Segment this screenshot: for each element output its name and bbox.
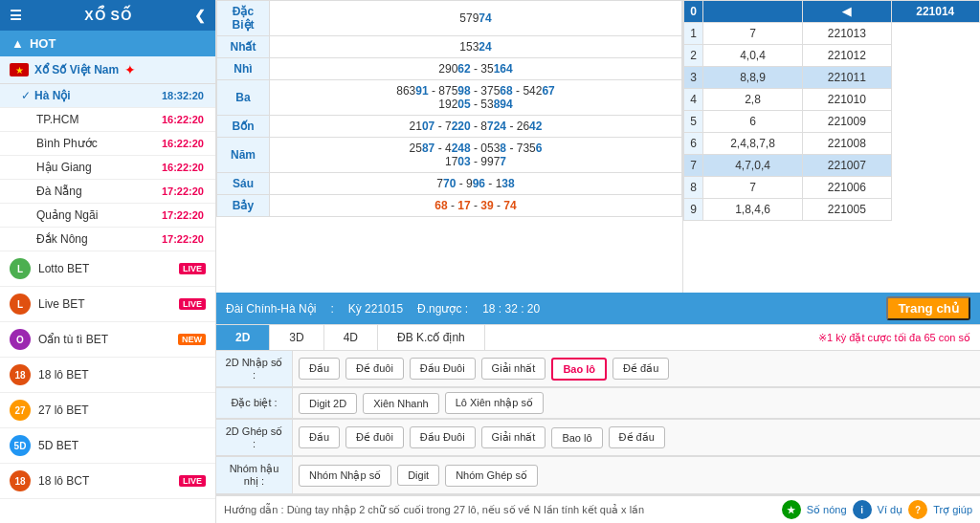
result-row-label: Đặc Biệt <box>217 1 270 36</box>
result-row-value: 86391 - 87598 - 37568 - 5426719205 - 538… <box>270 80 682 116</box>
sidebar-menu-item[interactable]: L Live BET LIVE <box>0 287 215 322</box>
right-table-row[interactable]: 7 4,7,0,4 221007 <box>684 155 980 177</box>
hot-section[interactable]: ▲ HOT <box>0 31 215 56</box>
result-row: Nhì 29062 - 35164 <box>217 58 682 80</box>
result-row-value: 68 - 17 - 39 - 74 <box>270 195 682 217</box>
lottery-item-time: 17:22:20 <box>162 233 204 245</box>
bet-row-buttons: Nhóm Nhập sốDigitNhóm Ghép số <box>293 457 980 494</box>
menu-item-icon: L <box>10 294 31 315</box>
bet-row-label: 2D Ghép số : <box>216 420 293 456</box>
menu-item-label: 18 lô BCT <box>38 474 171 488</box>
right-table-row[interactable]: 8 7 221006 <box>684 177 980 199</box>
bet-button[interactable]: Đầu Đuôi <box>410 426 476 448</box>
menu-item-label: Oẩn tù tì BET <box>38 333 170 346</box>
live-badge: LIVE <box>179 475 206 487</box>
sidebar-lottery-item[interactable]: Quảng Ngãi 17:22:20 <box>0 204 215 228</box>
sidebar-lottery-item[interactable]: ✓ Hà Nội 18:32:20 <box>0 84 215 108</box>
hint-actions: ★ Số nóng i Ví dụ ? Trợ giúp <box>782 500 972 519</box>
lottery-item-name: TP.HCM <box>36 113 162 126</box>
right-row-id: 221011 <box>803 67 891 89</box>
right-row-id: 221008 <box>803 133 891 155</box>
right-row-num: 3 <box>684 67 703 89</box>
right-row-val: 1,8,4,6 <box>703 199 803 221</box>
bet-button[interactable]: Xiên Nhanh <box>363 393 439 414</box>
bet-button[interactable]: Digit 2D <box>299 393 357 414</box>
bet-row-buttons: Digit 2DXiên NhanhLô Xiên nhập số <box>293 388 980 419</box>
trang-chu-button[interactable]: Trang chủ <box>886 296 970 320</box>
bet-button[interactable]: Nhóm Ghép số <box>445 465 538 487</box>
right-row-val: 7 <box>703 23 803 45</box>
bet-button[interactable]: Đề đầu <box>612 358 669 380</box>
bet-button[interactable]: Đề đầu <box>609 426 665 448</box>
bet-button[interactable]: Đề đuôi <box>345 426 404 448</box>
right-nav-prev[interactable]: ◀ <box>803 1 891 23</box>
tro-giup-label[interactable]: Trợ giúp <box>933 504 972 516</box>
bet-button[interactable]: Digit <box>397 465 439 486</box>
bet-button[interactable]: Đề đuôi <box>345 358 404 380</box>
right-row-num: 9 <box>684 199 703 221</box>
result-row: Bốn 2107 - 7220 - 8724 - 2642 <box>217 116 682 138</box>
betting-tabs: 2D3D4DĐB K.cố định ※1 kỳ đặt cược tối đa… <box>216 325 980 351</box>
right-row-num: 2 <box>684 45 703 67</box>
right-table-row[interactable]: 4 2,8 221010 <box>684 89 980 111</box>
sidebar: ☰ XỔ SỐ ❮ ▲ HOT ★ Xổ Số Việt Nam ✦ ✓ Hà … <box>0 0 216 523</box>
bet-button[interactable]: Đầu <box>299 358 340 380</box>
betting-tab[interactable]: ĐB K.cố định <box>378 325 485 350</box>
right-row-val: 2,4,8,7,8 <box>703 133 803 155</box>
right-row-id: 221007 <box>803 155 891 177</box>
bet-button[interactable]: Giải nhất <box>481 358 546 380</box>
so-nong-icon: ★ <box>782 500 801 519</box>
right-row-num: 7 <box>684 155 703 177</box>
sidebar-lottery-item[interactable]: Đắk Nông 17:22:20 <box>0 228 215 251</box>
right-row-val: 8,8,9 <box>703 67 803 89</box>
right-row-num: 4 <box>684 89 703 111</box>
result-row: Ba 86391 - 87598 - 37568 - 5426719205 - … <box>217 80 682 116</box>
bet-button[interactable]: Đầu Đuôi <box>410 358 476 380</box>
sidebar-menu-item[interactable]: O Oẩn tù tì BET NEW <box>0 322 215 358</box>
results-left: Đặc Biệt 57974 Nhất 15324 Nhì 29062 - 35… <box>216 0 683 293</box>
hint-bar: Hướng dẫn : Dùng tay nhập 2 chữ số cuối … <box>216 495 980 523</box>
sidebar-lottery-item[interactable]: Hậu Giang 16:22:20 <box>0 156 215 180</box>
right-row-id: 221006 <box>803 177 891 199</box>
right-table-row[interactable]: 5 6 221009 <box>684 111 980 133</box>
sidebar-collapse-icon[interactable]: ❮ <box>194 8 206 23</box>
sidebar-lottery-item[interactable]: Đà Nẵng 17:22:20 <box>0 180 215 204</box>
lottery-item-name: Đà Nẵng <box>36 185 162 198</box>
live-badge: LIVE <box>179 298 206 310</box>
vn-flag-icon: ★ <box>10 63 29 76</box>
lottery-item-time: 18:32:20 <box>162 90 204 101</box>
betting-tab[interactable]: 3D <box>270 325 323 350</box>
betting-tab[interactable]: 4D <box>324 325 378 350</box>
lottery-item-time: 17:22:20 <box>162 209 204 221</box>
result-row: Bảy 68 - 17 - 39 - 74 <box>217 195 682 217</box>
result-row-value: 2107 - 7220 - 8724 - 2642 <box>270 116 682 138</box>
hamburger-icon[interactable]: ☰ <box>10 8 22 23</box>
sidebar-menu-item[interactable]: 27 27 lô BET <box>0 393 215 428</box>
status-bar: Đài Chính-Hà Nội : Kỳ 221015 Đ.ngược : 1… <box>216 293 980 324</box>
vi-du-label[interactable]: Ví dụ <box>878 504 903 516</box>
tro-giup-icon: ? <box>908 500 927 519</box>
right-table-row[interactable]: 6 2,4,8,7,8 221008 <box>684 133 980 155</box>
right-table-row[interactable]: 1 7 221013 <box>684 23 980 45</box>
so-nong-label[interactable]: Số nóng <box>807 504 847 516</box>
sidebar-lottery-item[interactable]: TP.HCM 16:22:20 <box>0 108 215 132</box>
sidebar-menu-item[interactable]: 18 18 lô BCT LIVE <box>0 464 215 499</box>
right-table-row[interactable]: 9 1,8,4,6 221005 <box>684 199 980 221</box>
sidebar-menu-item[interactable]: 18 18 lô BET <box>0 358 215 393</box>
bet-button[interactable]: Đầu <box>299 426 340 448</box>
bet-button[interactable]: Bao lô <box>551 358 607 381</box>
sidebar-lottery-item[interactable]: Bình Phước 16:22:20 <box>0 132 215 156</box>
betting-tab[interactable]: 2D <box>216 325 270 350</box>
lottery-group-header[interactable]: ★ Xổ Số Việt Nam ✦ <box>0 56 215 84</box>
bet-button[interactable]: Nhóm Nhập số <box>299 465 391 487</box>
bet-button[interactable]: Lô Xiên nhập số <box>445 392 544 414</box>
vi-du-icon: i <box>853 500 872 519</box>
sidebar-header: ☰ XỔ SỐ ❮ <box>0 0 215 31</box>
sidebar-menu-item[interactable]: L Lotto BET LIVE <box>0 251 215 287</box>
sidebar-menu-item[interactable]: 5D 5D BET <box>0 428 215 464</box>
right-table-row[interactable]: 2 4,0,4 221012 <box>684 45 980 67</box>
menu-item-icon: 18 <box>10 470 31 491</box>
bet-button[interactable]: Giải nhất <box>481 426 546 448</box>
bet-button[interactable]: Bao lô <box>551 427 602 448</box>
right-table-row[interactable]: 3 8,8,9 221011 <box>684 67 980 89</box>
